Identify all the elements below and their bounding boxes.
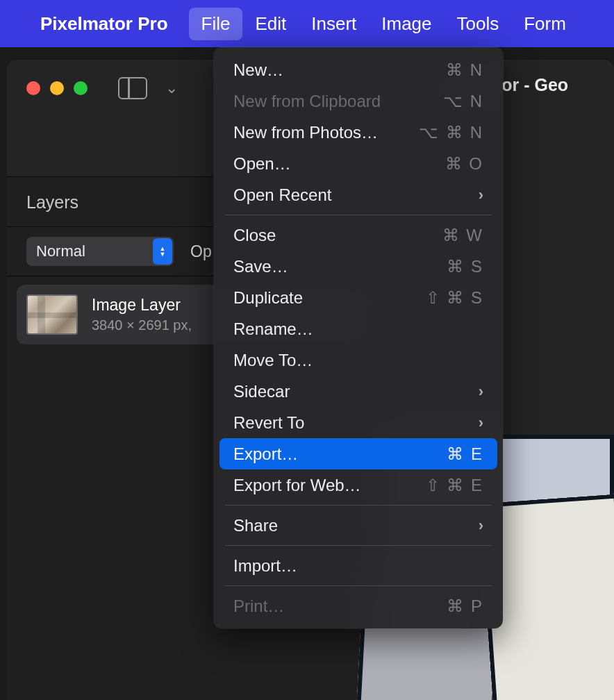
menu-item-new[interactable]: New…⌘ N — [214, 54, 503, 85]
window-controls — [26, 81, 88, 95]
fullscreen-window-button[interactable] — [74, 81, 88, 95]
menu-item-open[interactable]: Open…⌘ O — [214, 148, 503, 179]
menu-item-export-for-web[interactable]: Export for Web…⇧ ⌘ E — [214, 469, 503, 501]
menu-tools[interactable]: Tools — [445, 8, 512, 40]
menu-item-label: Revert To — [233, 413, 304, 433]
menu-shortcut: ⌘ E — [447, 444, 483, 464]
menu-item-label: Save… — [233, 257, 288, 276]
menu-item-duplicate[interactable]: Duplicate⇧ ⌘ S — [214, 282, 503, 313]
chevron-right-icon: › — [479, 517, 483, 535]
layer-info: Image Layer 3840 × 2691 px, — [92, 296, 192, 333]
menu-item-label: Open Recent — [233, 185, 331, 205]
menu-item-label: Import… — [233, 556, 297, 576]
layer-dimensions: 3840 × 2691 px, — [92, 317, 192, 333]
chevron-right-icon: › — [479, 414, 483, 432]
menu-item-label: Open… — [233, 154, 291, 174]
menu-edit[interactable]: Edit — [242, 8, 299, 40]
blend-mode-value: Normal — [36, 242, 85, 260]
blend-mode-select[interactable]: Normal ▲▼ — [26, 237, 174, 266]
menu-item-label: Sidecar — [233, 382, 290, 401]
menu-shortcut: ⌘ P — [447, 597, 483, 616]
menu-file[interactable]: File — [189, 8, 243, 40]
menu-item-label: New… — [233, 60, 283, 80]
menu-format[interactable]: Form — [511, 8, 579, 40]
menu-separator — [225, 215, 492, 215]
menu-shortcut: ⌘ S — [447, 257, 483, 276]
chevron-down-icon[interactable]: ⌄ — [165, 79, 178, 97]
menu-item-open-recent[interactable]: Open Recent› — [214, 179, 503, 210]
menu-item-print: Print…⌘ P — [214, 590, 503, 622]
menu-insert[interactable]: Insert — [299, 8, 369, 40]
opacity-label: Op — [190, 242, 212, 261]
menubar: Pixelmator Pro File Edit Insert Image To… — [0, 0, 614, 47]
menu-item-label: New from Clipboard — [233, 92, 381, 111]
menu-item-revert-to[interactable]: Revert To› — [214, 407, 503, 438]
menu-shortcut: ⌘ O — [445, 154, 483, 174]
menu-item-new-from-clipboard: New from Clipboard⌥ N — [214, 85, 503, 117]
menu-item-close[interactable]: Close⌘ W — [214, 219, 503, 251]
file-menu-dropdown: New…⌘ NNew from Clipboard⌥ NNew from Pho… — [214, 47, 503, 628]
sidebar-toggle-icon[interactable] — [118, 77, 147, 99]
minimize-window-button[interactable] — [50, 81, 64, 95]
app-name[interactable]: Pixelmator Pro — [40, 13, 168, 35]
menu-item-label: Export… — [233, 444, 298, 464]
layer-thumbnail — [26, 294, 78, 335]
menu-item-sidecar[interactable]: Sidecar› — [214, 376, 503, 407]
menu-shortcut: ⌘ W — [442, 226, 483, 245]
menu-separator — [225, 585, 492, 586]
menu-item-save[interactable]: Save…⌘ S — [214, 251, 503, 282]
menu-item-label: Close — [233, 226, 276, 245]
menu-item-label: Duplicate — [233, 288, 303, 308]
menu-item-export[interactable]: Export…⌘ E — [219, 438, 497, 469]
chevron-right-icon: › — [479, 186, 483, 204]
menu-item-import[interactable]: Import… — [214, 550, 503, 581]
close-window-button[interactable] — [26, 81, 40, 95]
menu-shortcut: ⌥ ⌘ N — [419, 123, 483, 142]
menu-item-move-to[interactable]: Move To… — [214, 344, 503, 376]
menu-item-share[interactable]: Share› — [214, 510, 503, 541]
menu-item-label: Share — [233, 516, 278, 535]
menu-shortcut: ⌘ N — [446, 60, 483, 80]
menu-item-label: Move To… — [233, 351, 313, 370]
menu-item-label: Print… — [233, 597, 284, 616]
select-chevrons-icon: ▲▼ — [153, 238, 172, 265]
menu-shortcut: ⌥ N — [443, 92, 483, 111]
menu-item-label: New from Photos… — [233, 123, 378, 142]
menu-item-rename[interactable]: Rename… — [214, 313, 503, 344]
menu-image[interactable]: Image — [369, 8, 444, 40]
chevron-right-icon: › — [479, 383, 483, 401]
menu-item-label: Rename… — [233, 319, 313, 339]
menu-shortcut: ⇧ ⌘ S — [426, 288, 483, 308]
menu-item-new-from-photos[interactable]: New from Photos…⌥ ⌘ N — [214, 117, 503, 148]
layer-name: Image Layer — [92, 296, 192, 315]
menu-item-label: Export for Web… — [233, 476, 361, 495]
menu-shortcut: ⇧ ⌘ E — [426, 476, 483, 495]
menu-separator — [225, 505, 492, 506]
menu-separator — [225, 545, 492, 546]
